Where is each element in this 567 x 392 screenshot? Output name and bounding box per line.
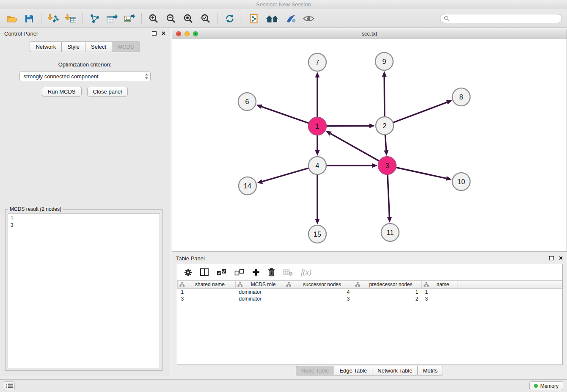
table-toolbar: f(x) bbox=[177, 264, 562, 280]
tab-style[interactable]: Style bbox=[61, 41, 85, 52]
show-hide-button[interactable] bbox=[302, 11, 315, 26]
column-header-name[interactable]: name bbox=[422, 281, 457, 289]
graph-node-label-15: 15 bbox=[314, 231, 321, 238]
zoom-selected-button[interactable] bbox=[199, 11, 212, 26]
float-panel-icon[interactable] bbox=[152, 31, 157, 36]
table-row[interactable]: 3dominator323 bbox=[178, 295, 562, 302]
delete-table-icon bbox=[283, 269, 293, 276]
table-tab-edge-table[interactable]: Edge Table bbox=[334, 366, 372, 375]
graph-edge-2-8[interactable] bbox=[393, 102, 447, 123]
search-icon bbox=[444, 16, 449, 21]
table-cell[interactable]: 4 bbox=[284, 289, 353, 296]
tab-mcds[interactable]: MCDS bbox=[112, 41, 140, 52]
column-header-shared-name[interactable]: shared name bbox=[178, 281, 236, 289]
run-mcds-button[interactable]: Run MCDS bbox=[42, 87, 82, 97]
zoom-in-button[interactable] bbox=[147, 11, 160, 26]
window-zoom-icon[interactable]: + bbox=[193, 31, 198, 36]
graph-edge-1-2[interactable] bbox=[326, 126, 369, 126]
optimization-criterion-label: Optimization criterion: bbox=[0, 61, 170, 68]
table-cell[interactable]: 1 bbox=[422, 289, 457, 296]
table-cell[interactable]: dominator bbox=[236, 295, 284, 302]
show-columns-button[interactable] bbox=[200, 268, 209, 276]
table-tab-node-table[interactable]: Node Table bbox=[296, 366, 334, 375]
column-header-successor-nodes[interactable]: successor nodes bbox=[284, 281, 353, 289]
graph-edge-2-9[interactable] bbox=[384, 77, 385, 117]
memory-button[interactable]: Memory bbox=[529, 381, 563, 390]
dropdown-stepper-icon bbox=[145, 73, 149, 80]
annotations-button[interactable] bbox=[284, 11, 298, 26]
delete-table-button[interactable] bbox=[283, 269, 293, 276]
node-table-body: 1dominator4113dominator323 bbox=[178, 289, 562, 303]
network-window-titlebar[interactable]: × − + scc.txt bbox=[172, 29, 567, 39]
column-header-filler bbox=[457, 281, 562, 289]
table-cell[interactable]: 2 bbox=[353, 295, 422, 302]
open-file-button[interactable] bbox=[5, 11, 19, 26]
zoom-fit-button[interactable] bbox=[182, 11, 195, 26]
table-cell[interactable]: 1 bbox=[178, 289, 236, 296]
graph-edge-3-1[interactable] bbox=[330, 134, 379, 161]
task-history-button[interactable] bbox=[4, 381, 15, 390]
graph-edge-2-3[interactable] bbox=[385, 135, 386, 150]
graph-edge-3-10[interactable] bbox=[396, 167, 446, 178]
zoom-out-button[interactable] bbox=[164, 11, 178, 26]
delete-column-button[interactable] bbox=[268, 268, 275, 276]
network-graph-svg[interactable]: 1234678910111415 bbox=[172, 39, 567, 252]
trash-icon bbox=[268, 268, 275, 276]
export-table-icon bbox=[107, 14, 118, 24]
toolbar-separator bbox=[242, 13, 242, 24]
graph-edge-1-6[interactable] bbox=[261, 107, 309, 123]
create-column-button[interactable] bbox=[252, 268, 260, 276]
control-panel-title: Control Panel bbox=[4, 30, 38, 37]
export-image-button[interactable] bbox=[123, 11, 136, 26]
export-table-button[interactable] bbox=[105, 11, 119, 26]
list-icon bbox=[6, 384, 13, 389]
graph-edge-3-11[interactable] bbox=[388, 174, 389, 217]
graph-node-label-6: 6 bbox=[245, 98, 249, 105]
function-builder-button[interactable]: f(x) bbox=[301, 268, 311, 277]
mcds-result-list[interactable]: 13 bbox=[8, 213, 160, 368]
table-row[interactable]: 1dominator411 bbox=[178, 289, 562, 296]
close-panel-button[interactable]: Close panel bbox=[87, 87, 128, 97]
criterion-dropdown[interactable]: strongly connected component bbox=[19, 72, 151, 81]
save-session-button[interactable] bbox=[22, 11, 36, 26]
graph-edge-4-14[interactable] bbox=[262, 168, 309, 182]
table-cell[interactable]: dominator bbox=[236, 289, 284, 296]
table-cell[interactable]: 3 bbox=[422, 295, 457, 302]
table-cell[interactable]: 3 bbox=[284, 295, 353, 302]
close-table-panel-icon[interactable]: × bbox=[559, 256, 563, 261]
column-sort-icon bbox=[237, 282, 243, 287]
first-neighbors-button[interactable] bbox=[264, 11, 281, 26]
table-settings-button[interactable] bbox=[184, 268, 192, 276]
table-cell[interactable]: 1 bbox=[353, 289, 422, 296]
mcds-result-title: MCDS result (2 nodes) bbox=[8, 206, 63, 212]
tab-select[interactable]: Select bbox=[85, 41, 112, 52]
window-close-icon[interactable]: × bbox=[176, 31, 181, 36]
select-all-columns-button[interactable] bbox=[217, 269, 226, 276]
copy-style-button[interactable] bbox=[247, 11, 261, 26]
gear-icon bbox=[184, 268, 192, 276]
toolbar-separator bbox=[41, 13, 41, 24]
tab-network[interactable]: Network bbox=[30, 41, 61, 52]
network-view-window: × − + scc.txt 1234678910111415 bbox=[172, 29, 567, 252]
column-header-predecessor-nodes[interactable]: predecessor nodes bbox=[353, 281, 422, 289]
table-panel-header: Table Panel × bbox=[172, 253, 567, 264]
window-minimize-icon[interactable]: − bbox=[184, 31, 190, 36]
select-all-checkboxes-icon bbox=[217, 269, 226, 276]
search-input[interactable] bbox=[451, 16, 558, 22]
float-table-panel-icon[interactable] bbox=[549, 256, 554, 260]
mcds-result-item[interactable]: 3 bbox=[11, 222, 157, 229]
table-tab-motifs[interactable]: Motifs bbox=[417, 366, 443, 375]
close-panel-icon[interactable]: × bbox=[162, 31, 165, 36]
search-box[interactable] bbox=[440, 14, 562, 23]
column-header-MCDS-role[interactable]: MCDS role bbox=[236, 281, 284, 289]
table-tab-network-table[interactable]: Network Table bbox=[372, 366, 417, 375]
table-cell[interactable]: 3 bbox=[178, 295, 236, 302]
refresh-button[interactable] bbox=[223, 11, 237, 26]
import-table-button[interactable] bbox=[64, 11, 77, 26]
import-network-button[interactable] bbox=[47, 11, 60, 26]
unselect-all-columns-button[interactable] bbox=[234, 269, 244, 276]
network-canvas[interactable]: 1234678910111415 bbox=[172, 39, 567, 251]
column-header-label: successor nodes bbox=[293, 282, 351, 287]
export-network-button[interactable] bbox=[88, 11, 102, 26]
mcds-result-item[interactable]: 1 bbox=[11, 215, 157, 222]
